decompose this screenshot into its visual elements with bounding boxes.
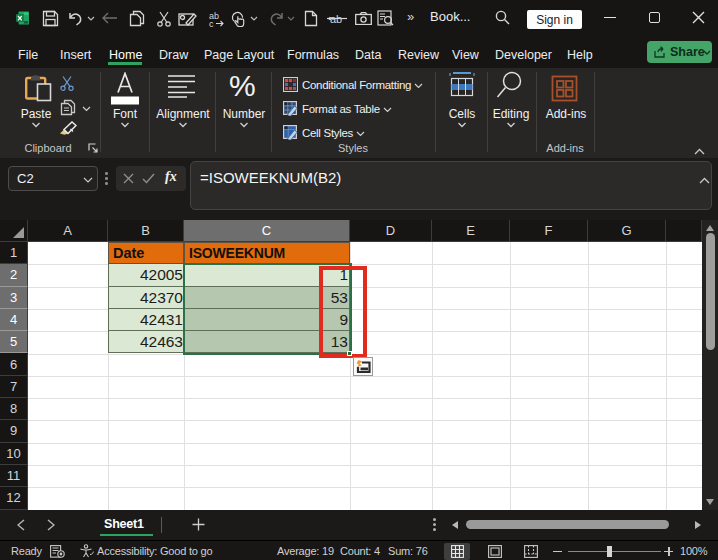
svg-text:c: c [209,19,214,28]
